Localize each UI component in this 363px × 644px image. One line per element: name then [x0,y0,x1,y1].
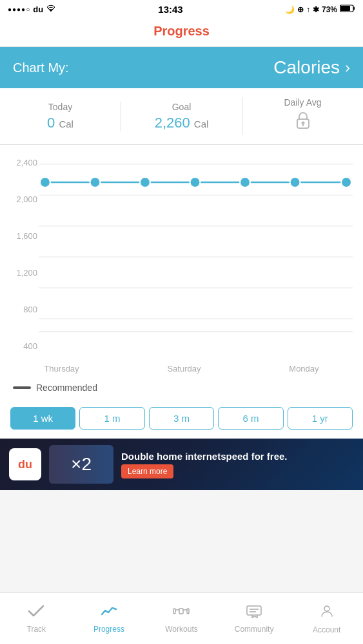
nav-account-label: Account [313,625,340,634]
today-stat: Today 0 Cal [0,102,121,131]
today-value: 0 Cal [6,115,114,131]
x-label-monday: Monday [289,364,319,374]
nav-track-label: Track [27,625,46,634]
today-label: Today [6,102,114,112]
svg-point-4 [301,122,304,125]
svg-point-14 [90,177,101,187]
y-label-2000: 2,000 [6,194,37,204]
nav-workouts[interactable]: Workouts [145,599,218,639]
chart-my-metric: Calories [273,57,340,78]
legend-line-indicator [13,386,31,389]
y-label-1600: 1,600 [6,231,37,241]
chart-x-labels: Thursday Saturday Monday [0,360,363,377]
bluetooth-icon: ✱ [313,5,319,14]
svg-point-28 [324,606,329,611]
location-icon: ⊕ [297,5,304,14]
ad-text-content: Double home internetspeed for free. Lear… [121,451,354,478]
svg-rect-1 [353,7,355,10]
lock-icon [249,110,357,135]
nav-community-label: Community [235,625,274,634]
tab-3m[interactable]: 3 m [149,407,214,430]
nav-progress-label: Progress [93,625,124,634]
ad-logo-text: du [18,458,32,471]
chart-my-label: Chart My: [13,61,69,75]
page-title: Progress [0,19,363,47]
nav-progress[interactable]: Progress [73,599,146,639]
moon-icon: 🌙 [285,5,295,14]
goal-unit: Cal [194,118,209,129]
x-label-thursday: Thursday [44,364,79,374]
wifi-icon [46,5,56,14]
svg-point-16 [190,177,201,187]
arrow-icon: ↑ [306,5,310,14]
track-icon [28,604,44,622]
chevron-right-icon: › [345,59,350,77]
chart-svg [39,158,353,351]
time-tabs: 1 wk 1 m 3 m 6 m 1 yr [0,401,363,439]
battery-percent: 73% [322,5,337,14]
chart-y-labels: 2,400 2,000 1,600 1,200 800 400 [6,158,37,351]
carrier-name: du [33,5,43,14]
ad-banner[interactable]: du ×2 Double home internetspeed for free… [0,439,363,490]
legend-label: Recommended [36,383,97,393]
nav-workouts-label: Workouts [165,625,197,634]
progress-icon [101,604,117,622]
svg-point-15 [140,177,150,187]
chart-area: 2,400 2,000 1,600 1,200 800 400 [0,145,363,360]
ad-image: ×2 [49,445,113,484]
stats-row: Today 0 Cal Goal 2,260 Cal Daily Avg [0,88,363,145]
signal-dots: ●●●●○ [8,6,30,13]
svg-point-19 [341,177,351,187]
chart-my-header[interactable]: Chart My: Calories › [0,47,363,88]
x-label-saturday: Saturday [167,364,201,374]
y-label-400: 400 [6,341,37,351]
svg-rect-23 [173,609,175,614]
status-time: 13:43 [158,4,182,15]
svg-point-17 [240,177,250,187]
goal-label: Goal [128,102,235,112]
community-icon [246,604,262,622]
y-label-2400: 2,400 [6,158,37,167]
svg-rect-2 [340,6,350,11]
chart-my-value[interactable]: Calories › [273,57,350,78]
goal-number: 2,260 [155,115,190,131]
account-icon [319,603,335,623]
chart-legend: Recommended [0,377,363,401]
nav-account[interactable]: Account [290,598,363,639]
nav-community[interactable]: Community [218,599,291,639]
tab-1wk[interactable]: 1 wk [10,407,75,430]
tab-6m[interactable]: 6 m [218,407,283,430]
svg-rect-24 [187,609,189,614]
status-bar: ●●●●○ du 13:43 🌙 ⊕ ↑ ✱ 73% [0,0,363,19]
ad-logo: du [9,448,41,480]
ad-headline: Double home internetspeed for free. [121,451,354,462]
status-right: 🌙 ⊕ ↑ ✱ 73% [285,5,355,14]
bottom-nav: Track Progress Workouts [0,592,363,644]
svg-point-18 [290,177,300,187]
svg-rect-25 [247,606,261,615]
svg-rect-20 [179,609,183,614]
battery-icon [340,5,355,14]
y-label-1200: 1,200 [6,268,37,278]
goal-value: 2,260 Cal [128,115,235,131]
daily-avg-label: Daily Avg [249,97,357,108]
tab-1yr[interactable]: 1 yr [288,407,353,430]
svg-point-13 [40,177,50,187]
workouts-icon [172,604,190,622]
today-number: 0 [47,115,55,131]
tab-1m[interactable]: 1 m [79,407,144,430]
daily-avg-stat: Daily Avg [242,97,363,135]
y-label-800: 800 [6,305,37,314]
goal-stat: Goal 2,260 Cal [121,102,242,131]
ad-cta-button[interactable]: Learn more [121,464,173,478]
nav-track[interactable]: Track [0,599,73,639]
today-unit: Cal [59,118,74,129]
status-left: ●●●●○ du [8,5,56,14]
